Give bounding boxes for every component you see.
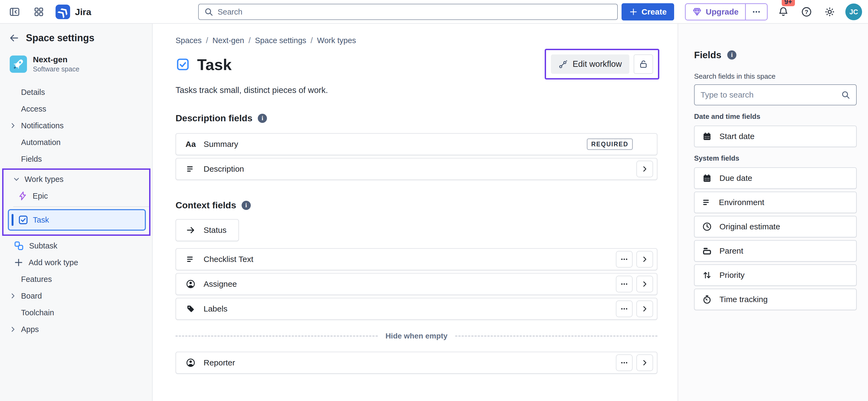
breadcrumb-spaces[interactable]: Spaces xyxy=(176,36,202,45)
fields-search[interactable] xyxy=(694,85,857,105)
row-open-button[interactable] xyxy=(637,276,653,292)
available-field-original-estimate[interactable]: Original estimate xyxy=(694,216,857,237)
task-checkbox-icon xyxy=(176,57,190,72)
help-button[interactable]: ? xyxy=(799,4,814,20)
app-switcher-button[interactable] xyxy=(31,4,46,20)
space-summary: Next-gen Software space xyxy=(10,55,152,73)
page-title: Task xyxy=(197,56,231,74)
sidebar-nav: Details Access Notifications Automation … xyxy=(0,84,152,338)
fields-search-input[interactable] xyxy=(701,90,841,99)
sidebar-item-work-types[interactable]: Work types xyxy=(3,171,149,188)
breadcrumb-space-settings[interactable]: Space settings xyxy=(255,36,306,45)
field-row-labels[interactable]: Labels xyxy=(176,298,657,320)
row-open-button[interactable] xyxy=(637,161,653,177)
chevron-right-icon xyxy=(9,326,17,333)
sidebar-item-access[interactable]: Access xyxy=(0,101,152,117)
field-chip-status[interactable]: Status xyxy=(176,219,239,241)
search-icon xyxy=(204,7,213,16)
row-more-button[interactable] xyxy=(616,276,632,292)
notification-count-badge: 9+ xyxy=(782,0,795,6)
info-icon[interactable]: i xyxy=(727,51,736,60)
field-row-checklist-text[interactable]: Checklist Text xyxy=(176,248,657,270)
tag-icon xyxy=(185,304,196,313)
hide-when-empty-divider: Hide when empty xyxy=(176,332,657,340)
jira-home-link[interactable]: ❯ ❯ Jira xyxy=(56,5,91,19)
person-icon xyxy=(185,358,196,368)
global-search[interactable] xyxy=(198,4,618,20)
top-navigation-bar: ❯ ❯ Jira Create xyxy=(0,0,868,24)
field-row-summary[interactable]: Aa Summary REQUIRED xyxy=(176,133,657,155)
unlock-workflow-button[interactable] xyxy=(634,55,653,74)
app-grid-icon xyxy=(33,6,44,17)
row-open-button[interactable] xyxy=(637,300,653,317)
edit-workflow-button[interactable]: Edit workflow xyxy=(551,55,629,74)
epic-lightning-icon xyxy=(18,191,28,201)
available-field-due-date[interactable]: Due date xyxy=(694,167,857,189)
user-avatar[interactable]: JC xyxy=(845,3,862,20)
sidebar-item-features[interactable]: Features xyxy=(0,271,152,288)
calendar-icon xyxy=(702,132,712,141)
ellipsis-icon xyxy=(620,280,628,288)
fields-panel: Fields i Search fields in this space Dat… xyxy=(678,24,868,401)
field-row-reporter[interactable]: Reporter xyxy=(176,352,657,374)
parent-icon xyxy=(702,246,712,256)
sidebar-item-apps[interactable]: Apps xyxy=(0,321,152,338)
available-field-parent[interactable]: Parent xyxy=(694,240,857,262)
upgrade-more-options-button[interactable] xyxy=(746,4,767,20)
collapse-sidebar-icon xyxy=(9,6,20,18)
upgrade-button-group: Upgrade xyxy=(685,3,768,21)
notifications-button[interactable]: 9+ xyxy=(776,4,791,20)
work-types-divider xyxy=(13,206,149,207)
chevron-right-icon xyxy=(641,305,649,313)
sidebar-item-subtask[interactable]: Subtask xyxy=(0,237,152,254)
available-field-environment[interactable]: Environment xyxy=(694,192,857,213)
collapse-sidebar-button[interactable] xyxy=(7,4,22,20)
sidebar-item-notifications[interactable]: Notifications xyxy=(0,117,152,134)
question-circle-icon: ? xyxy=(801,6,812,18)
breadcrumb-next-gen[interactable]: Next-gen xyxy=(213,36,244,45)
settings-button[interactable] xyxy=(822,4,837,20)
ellipsis-icon xyxy=(620,305,628,313)
task-checkbox-icon xyxy=(18,214,29,225)
subtask-icon xyxy=(13,240,24,251)
row-open-button[interactable] xyxy=(637,355,653,371)
workflow-icon xyxy=(558,59,568,69)
space-type: Software space xyxy=(33,65,79,73)
create-button[interactable]: Create xyxy=(622,3,674,21)
drag-indicator xyxy=(11,214,13,226)
unlock-icon xyxy=(639,59,648,69)
sidebar-item-toolchain[interactable]: Toolchain xyxy=(0,304,152,321)
chevron-right-icon xyxy=(9,292,17,300)
sidebar-item-board[interactable]: Board xyxy=(0,288,152,304)
field-row-assignee[interactable]: Assignee xyxy=(176,273,657,295)
info-icon[interactable]: i xyxy=(258,114,267,123)
paragraph-icon xyxy=(702,198,711,207)
priority-arrows-icon xyxy=(702,270,712,280)
available-field-start-date[interactable]: Start date xyxy=(694,126,857,147)
space-settings-sidebar: Space settings Next-gen Software space xyxy=(0,24,153,401)
breadcrumb-work-types[interactable]: Work types xyxy=(317,36,356,45)
breadcrumb: Spaces/ Next-gen/ Space settings/ Work t… xyxy=(176,36,657,45)
sidebar-item-details[interactable]: Details xyxy=(0,84,152,101)
sidebar-item-epic[interactable]: Epic xyxy=(3,188,149,204)
row-more-button[interactable] xyxy=(616,355,632,371)
row-more-button[interactable] xyxy=(616,251,632,268)
info-icon[interactable]: i xyxy=(242,201,251,210)
arrow-right-icon xyxy=(185,225,196,235)
work-type-settings-main: Spaces/ Next-gen/ Space settings/ Work t… xyxy=(153,24,678,401)
global-search-input[interactable] xyxy=(218,7,612,16)
row-open-button[interactable] xyxy=(637,251,653,268)
edit-workflow-annotation-box: Edit workflow xyxy=(545,49,659,79)
sidebar-item-task-selected[interactable]: Task xyxy=(8,209,146,231)
back-arrow-icon[interactable] xyxy=(9,33,20,43)
available-field-time-tracking[interactable]: Time tracking xyxy=(694,289,857,310)
upgrade-button[interactable]: Upgrade xyxy=(686,4,745,20)
stopwatch-icon xyxy=(702,295,712,304)
available-field-priority[interactable]: Priority xyxy=(694,264,857,286)
sidebar-item-automation[interactable]: Automation xyxy=(0,134,152,151)
row-more-button[interactable] xyxy=(616,300,632,317)
field-row-description[interactable]: Description xyxy=(176,158,657,180)
work-type-description: Tasks track small, distinct pieces of wo… xyxy=(176,86,657,95)
sidebar-item-fields[interactable]: Fields xyxy=(0,151,152,167)
sidebar-item-add-work-type[interactable]: Add work type xyxy=(0,254,152,271)
